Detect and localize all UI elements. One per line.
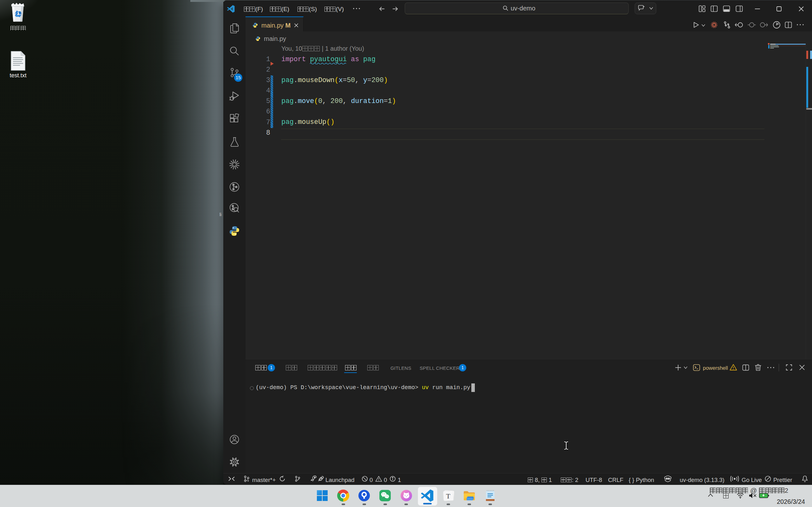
svg-text:T: T [446,492,450,500]
